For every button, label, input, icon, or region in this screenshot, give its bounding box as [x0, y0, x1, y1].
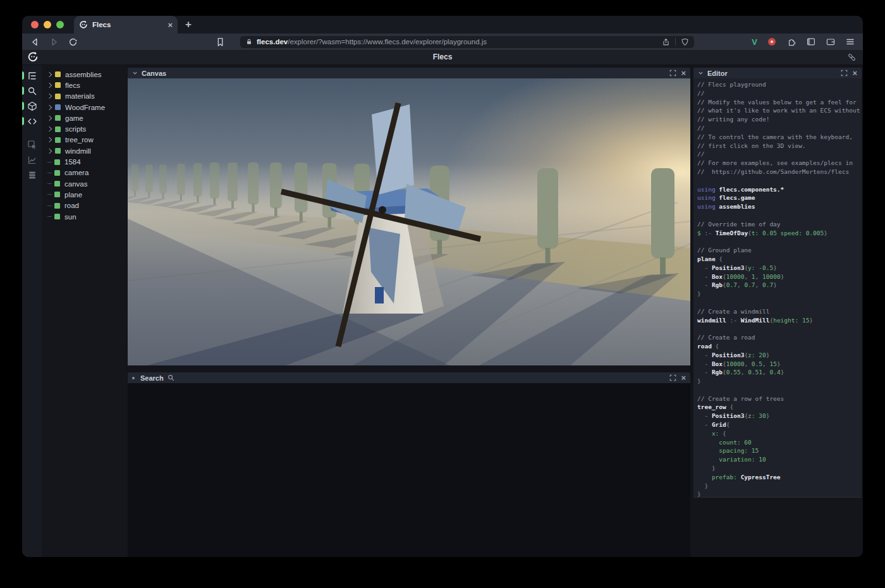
search-results-area[interactable] — [128, 383, 690, 557]
tree-item-windmill[interactable]: windmill — [42, 145, 126, 156]
expand-chevron-icon[interactable] — [47, 94, 52, 99]
sidebar-item-code-editor[interactable] — [22, 116, 42, 126]
new-tab-button[interactable]: + — [185, 18, 192, 31]
entity-label: flecs — [65, 82, 80, 89]
expand-chevron-icon[interactable] — [47, 137, 52, 142]
close-tab-icon[interactable]: × — [168, 20, 173, 30]
sidebar-toggle-icon[interactable] — [806, 37, 816, 47]
sidebar-item-scene-3d[interactable] — [22, 101, 42, 111]
entity-label: scripts — [65, 125, 86, 133]
tree-item-WoodFrame[interactable]: WoodFrame — [42, 102, 126, 113]
page-title: Flecs — [22, 52, 863, 61]
app-body: assembliesflecsmaterialsWoodFramegamescr… — [22, 65, 863, 557]
entity-label: WoodFrame — [65, 104, 105, 111]
entity-label: game — [65, 114, 83, 122]
vue-devtools-icon[interactable]: V — [752, 37, 757, 47]
code-line: - Grid{ — [697, 420, 862, 429]
search-panel-header: Search × — [128, 372, 690, 383]
tree-item-road[interactable]: road — [42, 200, 126, 211]
sidebar-item-tree-view[interactable] — [22, 70, 42, 81]
sidebar-item-tables[interactable] — [22, 169, 42, 180]
expand-chevron-icon[interactable] — [47, 148, 52, 153]
collapsed-dot-icon[interactable] — [132, 377, 135, 379]
cube-3d-icon — [27, 101, 37, 111]
canvas-3d-view[interactable] — [128, 78, 690, 365]
entity-label: road — [64, 202, 79, 209]
code-line: using flecs.game — [697, 193, 862, 202]
code-line: plane { — [697, 255, 862, 264]
entity-color-swatch — [55, 82, 61, 88]
code-line: // Modify the values below to get a feel… — [697, 98, 862, 107]
extension-badge-icon[interactable] — [767, 37, 777, 47]
tree-item-materials[interactable]: materials — [42, 91, 126, 102]
code-area[interactable]: // Flecs playground//// Modify the value… — [693, 78, 862, 498]
chevron-down-icon[interactable] — [698, 70, 704, 76]
expand-chevron-icon[interactable] — [47, 104, 52, 109]
minimize-window-button[interactable] — [44, 21, 51, 28]
share-icon[interactable] — [662, 38, 670, 46]
code-line: using flecs.components.* — [697, 185, 862, 194]
code-line: } — [697, 482, 862, 491]
tab-title: Flecs — [92, 21, 168, 28]
close-panel-icon[interactable]: × — [852, 69, 857, 77]
url-domain: flecs.dev — [257, 38, 288, 46]
code-line: $ :- TimeOfDay{t: 0.05 speed: 0.005} — [697, 229, 862, 238]
tree-item-tree_row[interactable]: tree_row — [42, 135, 126, 145]
entity-color-swatch — [55, 71, 61, 77]
code-line: // — [697, 150, 862, 159]
expand-chevron-icon[interactable] — [47, 83, 52, 88]
chevron-down-icon[interactable] — [132, 70, 138, 76]
expand-chevron-icon[interactable] — [47, 116, 52, 121]
fullscreen-icon[interactable] — [669, 374, 676, 381]
code-line: - Rgb{0.55, 0.51, 0.4} — [697, 368, 862, 377]
expand-chevron-icon[interactable] — [47, 126, 52, 132]
address-bar[interactable]: flecs.dev/explorer/?wasm=https://www.fle… — [240, 36, 694, 48]
url-path: /explorer/?wasm=https://www.flecs.dev/ex… — [288, 38, 487, 46]
tree-item-flecs[interactable]: flecs — [42, 80, 126, 90]
sidebar-item-query-search[interactable] — [22, 85, 42, 96]
maximize-window-button[interactable] — [56, 21, 64, 28]
tree-item-scripts[interactable]: scripts — [42, 123, 126, 134]
tree-item-assemblies[interactable]: assemblies — [42, 69, 126, 80]
back-button[interactable] — [30, 37, 40, 47]
tree-item-canvas[interactable]: canvas — [42, 178, 126, 189]
reload-button[interactable] — [68, 37, 78, 47]
tree-item-1584[interactable]: 1584 — [42, 156, 126, 167]
code-line: road { — [697, 342, 862, 351]
close-panel-icon[interactable]: × — [681, 374, 686, 382]
shield-icon[interactable] — [681, 38, 689, 46]
search-magnifier-icon — [168, 374, 174, 381]
bookmark-icon[interactable] — [215, 37, 226, 47]
leaf-dash-icon — [47, 205, 52, 206]
script-editor[interactable]: // Flecs playground//// Modify the value… — [693, 78, 862, 498]
tree-item-game[interactable]: game — [42, 113, 126, 123]
code-line: - Position3{z: 20} — [697, 351, 862, 360]
entity-color-swatch — [54, 170, 60, 176]
sidebar-item-statistics[interactable] — [22, 154, 42, 165]
expand-chevron-icon[interactable] — [47, 71, 52, 77]
sidebar-item-inspect[interactable] — [22, 139, 42, 150]
lock-icon — [245, 38, 253, 46]
canvas-panel-header: Canvas × — [128, 68, 690, 78]
forward-button[interactable] — [49, 37, 59, 47]
tree-item-camera[interactable]: camera — [42, 168, 126, 178]
share-link-icon[interactable] — [847, 52, 857, 62]
close-panel-icon[interactable]: × — [681, 69, 686, 77]
canvas-panel-title: Canvas — [142, 70, 166, 77]
menu-hamburger-icon[interactable] — [845, 37, 855, 47]
entity-color-swatch — [55, 126, 61, 132]
entity-color-swatch — [55, 148, 61, 154]
code-line: // first click on the 3D view. — [697, 142, 862, 150]
editor-panel-title: Editor — [707, 70, 728, 77]
leaf-dash-icon — [47, 173, 52, 173]
fullscreen-icon[interactable] — [841, 70, 848, 77]
extensions-puzzle-icon[interactable] — [786, 37, 796, 47]
wallet-icon[interactable] — [826, 37, 836, 47]
tree-item-sun[interactable]: sun — [42, 211, 126, 222]
close-window-button[interactable] — [31, 21, 39, 28]
code-line: spacing: 15 — [697, 446, 862, 455]
code-line: // Create a row of trees — [697, 395, 862, 403]
browser-tab-flecs[interactable]: Flecs × — [74, 16, 178, 34]
tree-item-plane[interactable]: plane — [42, 189, 126, 200]
fullscreen-icon[interactable] — [669, 70, 676, 77]
